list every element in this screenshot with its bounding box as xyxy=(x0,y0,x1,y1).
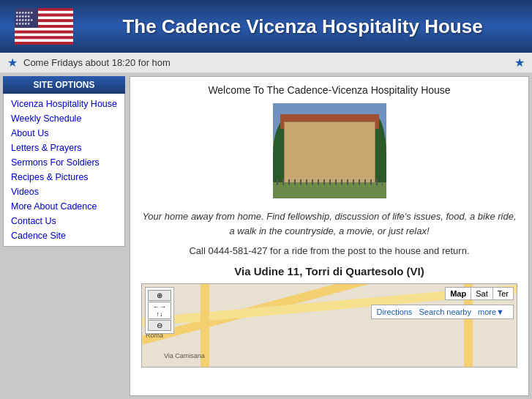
tagline: Your home away from home. Find fellowshi… xyxy=(141,209,517,238)
welcome-title: Welcome To The Cadence-Vicenza Hospitali… xyxy=(141,84,517,96)
main-layout: SITE OPTIONS Vicenza Hospitality House W… xyxy=(0,73,532,399)
sidebar-header: SITE OPTIONS xyxy=(3,76,125,94)
map-links: Directions Search nearby more▼ xyxy=(371,305,514,319)
sidebar-item-weekly[interactable]: Weekly Schedule xyxy=(4,111,124,126)
map-more-link[interactable]: more▼ xyxy=(478,307,504,316)
svg-rect-12 xyxy=(15,42,73,45)
map-tabs: Map Sat Ter xyxy=(445,287,514,300)
map-search-nearby-link[interactable]: Search nearby xyxy=(419,307,471,316)
sidebar-nav: Vicenza Hospitality House Weekly Schedul… xyxy=(3,94,125,247)
map-tab-map[interactable]: Map xyxy=(446,288,471,299)
sidebar-item-contact[interactable]: Contact Us xyxy=(4,214,124,228)
page-title: The Cadence Vicenza Hospitality House xyxy=(88,15,517,38)
map-label-camisana: Via Camisana xyxy=(164,352,205,359)
map-zoom-out-control[interactable]: ⊖ xyxy=(148,320,171,331)
svg-text:★★★★★: ★★★★★ xyxy=(15,21,31,26)
svg-rect-8 xyxy=(15,31,73,34)
svg-rect-11 xyxy=(15,39,73,42)
house-image xyxy=(273,103,386,198)
map-controls: ⊕ ←→↑↓ ⊖ xyxy=(145,287,174,334)
sidebar-item-about[interactable]: About Us xyxy=(4,126,124,141)
sidebar-item-videos[interactable]: Videos xyxy=(4,184,124,199)
address-title: Via Udine 11, Torri di Quartesolo (VI) xyxy=(141,265,517,277)
header: ★★★★★★ ★★★★★ ★★★★★★ ★★★★★ The Cadence Vi… xyxy=(0,0,532,53)
sidebar-item-recipes[interactable]: Recipes & Pictures xyxy=(4,170,124,184)
ticker-star-left-icon: ★ xyxy=(7,56,18,70)
flag-icon: ★★★★★★ ★★★★★ ★★★★★★ ★★★★★ xyxy=(15,8,73,45)
map-zoom-control[interactable]: ⊕ xyxy=(148,290,171,301)
call-info: Call 0444-581-427 for a ride from the po… xyxy=(141,245,517,256)
main-content: Welcome To The Cadence-Vicenza Hospitali… xyxy=(130,76,529,396)
ticker-text: Come Fridays about 18:20 for hom xyxy=(23,57,509,68)
map-tab-sat[interactable]: Sat xyxy=(471,288,493,299)
map-container: Roma Via Camisana ⊕ ←→↑↓ ⊖ Map Sat Ter D… xyxy=(141,283,517,368)
house-image-container xyxy=(141,103,517,201)
map-tab-ter[interactable]: Ter xyxy=(493,288,513,299)
sidebar-item-vicenza[interactable]: Vicenza Hospitality House xyxy=(4,97,124,111)
sidebar-item-letters[interactable]: Letters & Prayers xyxy=(4,141,124,155)
sidebar-item-cadence-site[interactable]: Cadence Site xyxy=(4,228,124,243)
sidebar-item-more-cadence[interactable]: More About Cadence xyxy=(4,199,124,214)
sidebar-item-sermons[interactable]: Sermons For Soldiers xyxy=(4,155,124,170)
svg-rect-10 xyxy=(15,37,73,40)
ticker-bar: ★ Come Fridays about 18:20 for hom ★ xyxy=(0,53,532,73)
map-pan-control[interactable]: ←→↑↓ xyxy=(148,302,171,319)
sidebar: SITE OPTIONS Vicenza Hospitality House W… xyxy=(0,73,128,399)
svg-rect-9 xyxy=(15,34,73,37)
map-directions-link[interactable]: Directions xyxy=(376,307,412,316)
ticker-star-right-icon: ★ xyxy=(514,56,525,70)
svg-rect-7 xyxy=(15,28,73,31)
